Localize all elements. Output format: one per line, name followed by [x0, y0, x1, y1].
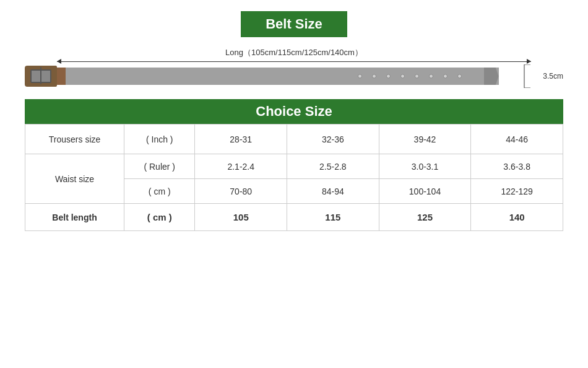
- size-table: Trousers size ( Inch ) 28-31 32-36 39-42…: [25, 124, 563, 231]
- belt-tip: [484, 68, 499, 85]
- buckle-inner: [30, 69, 51, 83]
- choice-size-header: Choice Size: [25, 99, 563, 124]
- belt-length-col1: 105: [195, 204, 287, 231]
- belt-buckle: [25, 66, 57, 87]
- waist-cm-col1: 70-80: [195, 179, 287, 204]
- belt-holes: [358, 74, 462, 79]
- trousers-row: Trousers size ( Inch ) 28-31 32-36 39-42…: [25, 125, 563, 154]
- width-label: 3.5cm: [543, 72, 563, 81]
- trousers-col2: 32-36: [287, 125, 379, 154]
- belt-hole: [358, 74, 362, 79]
- waist-ruler-col1: 2.1-2.4: [195, 154, 287, 179]
- trousers-col3: 39-42: [379, 125, 471, 154]
- belt-length-col2: 115: [287, 204, 379, 231]
- belt-stitch: [57, 68, 66, 85]
- trousers-col1: 28-31: [195, 125, 287, 154]
- belt-hole: [415, 74, 419, 79]
- belt-hole: [443, 74, 447, 79]
- waist-cm-col3: 100-104: [379, 179, 471, 204]
- waist-cm-col2: 84-94: [287, 179, 379, 204]
- waist-ruler-col3: 3.0-3.1: [379, 154, 471, 179]
- belt-hole: [400, 74, 405, 79]
- trousers-col4: 44-46: [471, 125, 563, 154]
- belt-length-arrow: Long（105cm/115cm/125cm/140cm）: [57, 48, 531, 62]
- waist-ruler-unit: ( Ruler ): [124, 154, 195, 179]
- belt-hole: [429, 74, 433, 79]
- belt-long-label: Long（105cm/115cm/125cm/140cm）: [225, 47, 363, 58]
- belt-length-row: Belt length ( cm ) 105 115 125 140: [25, 204, 563, 231]
- belt-length-label: Belt length: [25, 204, 124, 231]
- belt-hole: [457, 74, 462, 79]
- belt-length-unit: ( cm ): [124, 204, 195, 231]
- belt-diagram: Long（105cm/115cm/125cm/140cm）: [25, 48, 563, 88]
- waist-cm-col4: 122-129: [471, 179, 563, 204]
- belt-length-col4: 140: [471, 204, 563, 231]
- belt-body: [57, 68, 499, 85]
- arrow-line: [57, 61, 531, 62]
- waist-ruler-row: Waist size ( Ruler ) 2.1-2.4 2.5-2.8 3.0…: [25, 154, 563, 179]
- width-bracket-svg: [523, 64, 542, 88]
- waist-cm-unit: ( cm ): [124, 179, 195, 204]
- belt-size-header: Belt Size: [241, 11, 347, 37]
- belt-image: [25, 64, 499, 88]
- belt-length-col3: 125: [379, 204, 471, 231]
- waist-ruler-col4: 3.6-3.8: [471, 154, 563, 179]
- belt-hole: [386, 74, 391, 79]
- trousers-label: Trousers size: [25, 125, 124, 154]
- belt-hole: [372, 74, 376, 79]
- waist-label: Waist size: [25, 154, 124, 204]
- buckle-pin: [40, 67, 41, 84]
- waist-ruler-col2: 2.5-2.8: [287, 154, 379, 179]
- trousers-unit: ( Inch ): [124, 125, 195, 154]
